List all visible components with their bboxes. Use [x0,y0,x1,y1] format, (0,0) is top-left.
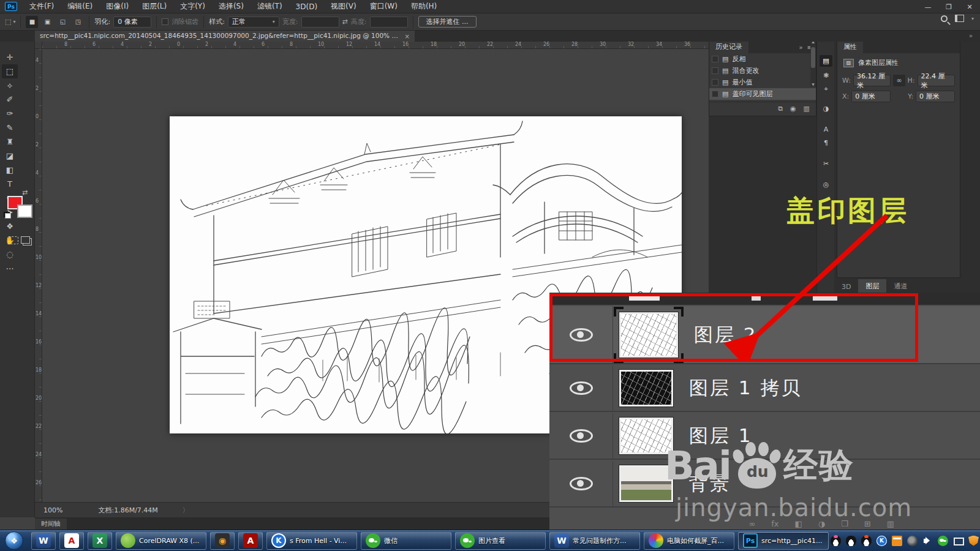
feather-input[interactable]: 0 像素 [113,17,151,28]
menu-item[interactable]: 文件(F) [23,0,61,13]
menu-item[interactable]: 帮助(H) [404,0,443,13]
utility-tray-icon[interactable] [907,536,918,546]
close-tab-icon[interactable]: × [405,33,410,40]
link-dimensions-icon[interactable]: ∞ [893,75,905,86]
more-tools[interactable]: ⋯ [2,261,18,276]
menu-item[interactable]: 窗口(W) [363,0,404,13]
history-state[interactable]: ▤ 反相 [709,53,816,65]
properties-tab[interactable]: 属性 [837,40,863,53]
move-tool[interactable]: ✛ [2,50,18,64]
workspace-switcher-icon[interactable] [955,15,964,22]
qq-pink-icon[interactable] [831,536,841,546]
default-colors-icon[interactable] [5,213,11,219]
menu-item[interactable]: 3D(D) [289,0,324,13]
width-input[interactable] [301,17,339,28]
taskbar-media-icon[interactable]: ◉ [210,532,235,550]
quick-mask-icon[interactable] [7,236,18,244]
taskbar-viewer-button[interactable]: 图片查看 [455,532,546,550]
adjustments-icon[interactable]: ◑ [820,103,832,114]
lasso-tool[interactable]: ⟡ [2,78,18,92]
minimize-button[interactable]: — [918,0,938,13]
new-doc-from-state-icon[interactable]: ⧉ [778,105,783,113]
delete-state-icon[interactable]: ▥ [804,105,810,113]
taskbar-browser-button[interactable]: 电脑如何截屏_百... [644,532,734,550]
app-window-tray-icon[interactable] [892,536,902,546]
gradient-tool[interactable]: ◧ [2,163,18,177]
swap-colors-icon[interactable]: ⇄ [22,189,28,197]
marquee-tool[interactable]: ⬚ [2,64,18,78]
new-snapshot-icon[interactable]: ◉ [790,105,796,113]
properties-panel-icon[interactable]: ▤ [820,55,832,67]
height-value-field[interactable]: 22.4 厘米 [918,75,956,86]
timeline-tab[interactable]: 时间轴 [35,519,67,530]
eraser-tool[interactable]: ◪ [2,149,18,163]
add-to-selection-icon[interactable]: ▣ [41,16,53,28]
anti-alias-checkbox[interactable] [162,18,168,25]
width-value-field[interactable]: 36.12 厘米 [853,75,891,86]
taskbar-adobe-icon[interactable]: A [238,532,263,550]
libraries-icon[interactable]: ◎ [820,179,832,190]
intersect-selection-icon[interactable]: ◳ [72,16,84,28]
screen-mode-icon[interactable] [21,236,30,244]
layer-name[interactable]: 图层 1 拷贝 [689,375,802,401]
start-button[interactable]: ❖ [5,531,23,550]
paragraph-panel-icon[interactable]: ¶ [820,137,832,149]
select-and-mask-button[interactable]: 选择并遮住 ... [418,16,477,28]
qq-black-icon[interactable] [846,536,856,546]
history-source-checkbox[interactable] [712,91,718,97]
menu-item[interactable]: 视图(V) [324,0,363,13]
menu-item[interactable]: 文字(Y) [173,0,212,13]
wechat-tray-icon[interactable] [938,536,948,546]
panel-collapse-icon[interactable]: » [799,44,802,51]
menu-item[interactable]: 选择(S) [212,0,251,13]
status-chevron-icon[interactable]: 〉 [183,506,189,515]
clone-source-icon[interactable]: ⌖ [820,83,832,95]
layer-visibility-eye-icon[interactable] [570,429,593,443]
menu-item[interactable]: 编辑(E) [61,0,99,13]
brush-settings-icon[interactable]: ❃ [820,70,832,81]
taskbar-wechat-button[interactable]: 微信 [361,532,451,550]
new-selection-icon[interactable]: ■ [26,16,38,28]
subtract-selection-icon[interactable]: ◱ [56,16,69,28]
tool-presets-icon[interactable]: ✂ [820,158,832,170]
scroll-down-icon[interactable]: ▼ [810,82,816,86]
photoshop-app-icon[interactable]: Ps [5,2,17,11]
taskbar-photoshop-button[interactable]: Ps src=http__pic41... [738,532,829,550]
history-state[interactable]: ▤ 盖印可见图层 [709,88,816,100]
taskbar-excel-icon[interactable]: X [88,532,112,550]
taskbar-acrobat-icon[interactable]: A [59,532,84,550]
taskbar-kugou-button[interactable]: K s From Hell - Vi... [266,532,357,550]
close-button[interactable]: ✕ [959,0,980,13]
menu-item[interactable]: 图层(L) [135,0,173,13]
x-value-field[interactable]: 0 厘米 [851,91,891,102]
brush-tool[interactable]: ✎ [2,121,18,135]
zoom-level[interactable]: 100% [43,506,62,514]
collapse-docks-icon[interactable]: » [969,32,971,39]
layer-thumbnail[interactable] [619,370,673,407]
history-source-checkbox[interactable] [712,56,718,62]
history-scrollbar[interactable]: ▲ ▼ [810,39,816,87]
taskbar-word-doc-button[interactable]: W 常见问题制作方... [549,532,640,550]
restore-button[interactable]: ❐ [938,0,959,13]
layer-visibility-eye-icon[interactable] [570,477,593,490]
taskbar-word-icon[interactable]: W [31,532,56,550]
layer-row[interactable]: 图层 1 拷贝 [549,365,980,412]
network-display-icon[interactable] [953,536,963,546]
history-state[interactable]: ▤ 最小值 [709,77,816,88]
background-color-swatch[interactable] [17,204,32,218]
menu-item[interactable]: 图像(I) [99,0,135,13]
kugou-tray-icon[interactable]: K [876,536,887,546]
tool-preset-picker[interactable]: ⬚ ▾ [5,18,15,26]
volume-icon[interactable] [922,536,933,546]
history-source-checkbox[interactable] [712,67,718,74]
qq-red-icon[interactable] [861,536,872,546]
document-tab[interactable]: src=http__pic41.nipic.com_20140504_18464… [35,31,415,42]
menu-item[interactable]: 滤镜(T) [251,0,289,13]
y-value-field[interactable]: 0 厘米 [916,91,955,102]
character-panel-icon[interactable]: A [820,124,832,135]
eyedropper-tool[interactable]: ✑ [2,107,18,121]
style-select[interactable]: 正常 ▾ [228,17,279,28]
security-shield-icon[interactable] [968,536,979,546]
layer-visibility-eye-icon[interactable] [570,381,593,395]
clone-stamp-tool[interactable]: ♜ [2,135,18,149]
